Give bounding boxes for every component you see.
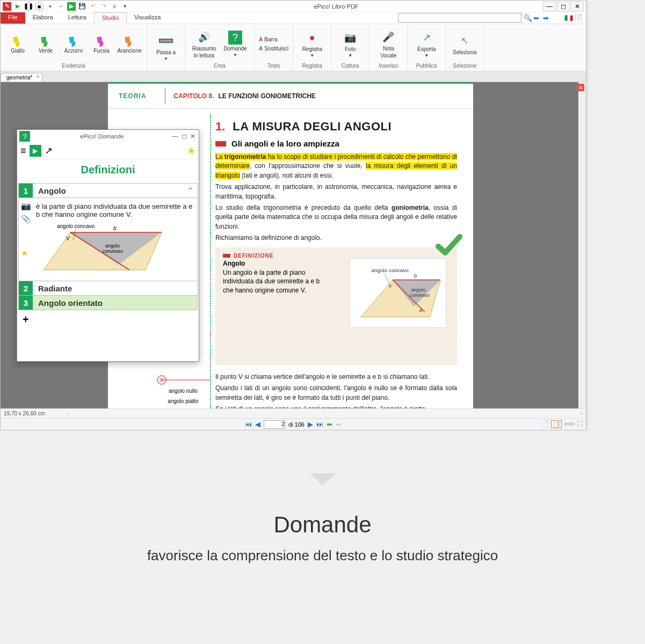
add-question-button[interactable]: +: [17, 310, 199, 329]
coords-label: 19,70 x 26,60 cm: [4, 411, 45, 416]
doc-tab[interactable]: geometria*✕: [1, 73, 42, 82]
menu-studio[interactable]: Studio: [94, 12, 127, 24]
menu-visualizza[interactable]: Visualizza: [127, 12, 168, 24]
undo-icon[interactable]: ↶: [89, 2, 97, 11]
panel-minimize-icon[interactable]: —: [172, 133, 178, 140]
panel-menu-icon[interactable]: ≡: [20, 145, 26, 157]
dropdown-icon[interactable]: ▾: [121, 2, 129, 11]
minimize-button[interactable]: —: [543, 2, 556, 11]
clip-icon[interactable]: 📎: [21, 214, 31, 224]
registra-button[interactable]: ●Registra▼: [298, 26, 327, 62]
passa-a-button[interactable]: Passa a▼: [151, 26, 180, 68]
paragraph-1: La trigonometria ha lo scopo di studiare…: [215, 152, 457, 180]
redo-icon[interactable]: ↷: [99, 2, 108, 11]
highlight-fucsia[interactable]: Fucsia: [89, 26, 114, 62]
panel-close-icon[interactable]: ✕: [577, 84, 584, 91]
panel-heading: Definizioni: [17, 159, 199, 184]
promo-subtitle: favorisce la comprensione del testo e lo…: [0, 547, 645, 564]
nota-vocale-button[interactable]: 🎤NotaVocale: [374, 26, 403, 62]
titlebar: ✎ ▶ ❚❚ ■ ＋ － ▶ 💾 ↶ ↷ ≡ ▾ ePico! Libro PD…: [1, 1, 586, 12]
page-total: di 106: [288, 421, 305, 428]
detail-diagram: angolo concavobVangoloconvesso: [38, 222, 172, 275]
riassunto-button[interactable]: 🔊Riassuntoin lettura: [190, 26, 219, 62]
question-row-2[interactable]: 2 Radiante: [18, 281, 198, 296]
tab-close-icon[interactable]: ✕: [36, 74, 40, 79]
panel-star-icon[interactable]: ★: [187, 145, 195, 157]
view-split-icon[interactable]: ▭▭: [564, 420, 575, 428]
menu-lettura[interactable]: Lettura: [61, 12, 94, 24]
group-inserisci-label: Inserisci: [374, 62, 403, 69]
save-icon[interactable]: 💾: [78, 2, 86, 11]
scroll-left-icon[interactable]: ‹: [67, 411, 68, 416]
domande-button[interactable]: ?Domande▼: [221, 26, 250, 62]
view-single-icon[interactable]: 📄: [541, 420, 549, 428]
barra-button[interactable]: ABarra: [259, 36, 288, 43]
next-page-icon[interactable]: ▶: [308, 420, 313, 428]
panel-maximize-icon[interactable]: ◻: [182, 133, 187, 140]
panel-external-icon[interactable]: ↗: [45, 145, 53, 157]
play-icon[interactable]: ▶: [13, 2, 22, 11]
capitolo-title: LE FUNZIONI GONIOMETRICHE: [218, 92, 315, 100]
expand-icon[interactable]: ⌃: [184, 186, 197, 196]
stop-icon[interactable]: ■: [35, 2, 44, 11]
back-icon[interactable]: ⬅: [327, 420, 332, 428]
content-area: ✕ TEORIA CAPITOLO 8. LE FUNZIONI GONIOME…: [1, 82, 586, 408]
view-fit-icon[interactable]: ⛶: [577, 420, 583, 428]
fav-star-icon[interactable]: ★: [21, 248, 31, 258]
maximize-button[interactable]: ◻: [557, 2, 570, 11]
plus-icon[interactable]: ＋: [46, 2, 54, 11]
list-icon[interactable]: ≡: [110, 2, 119, 11]
minus-icon[interactable]: －: [56, 2, 65, 11]
question-row-1[interactable]: 1 Angolo ⌃: [18, 183, 198, 198]
menu-file[interactable]: File: [1, 12, 25, 24]
panel-close-icon[interactable]: ✕: [190, 133, 195, 140]
svg-rect-1: [41, 36, 47, 43]
page-number-input[interactable]: [264, 420, 285, 429]
subsection-title: Gli angoli e la loro ampiezza: [231, 139, 339, 148]
panel-title: ePico! Domande: [32, 133, 172, 140]
paragraph-3: Lo studio della trigonometria è precedut…: [215, 203, 457, 231]
menu-elabora[interactable]: Elabora: [25, 12, 61, 24]
teoria-label: TEORIA: [108, 92, 157, 100]
search-input[interactable]: [398, 13, 521, 23]
seleziona-button[interactable]: ↖Seleziona: [450, 26, 479, 62]
question-row-3[interactable]: 3 Angolo orientato: [18, 295, 198, 310]
flag-it-icon[interactable]: 🇮🇹: [564, 14, 573, 23]
paragraph-7: Se i lati di un angolo sono uno il prolu…: [215, 405, 457, 408]
nav-next-icon[interactable]: ➡: [543, 14, 552, 23]
last-page-icon[interactable]: ⏭: [316, 420, 323, 428]
svg-text:convesso: convesso: [410, 292, 430, 298]
forward-icon[interactable]: ➡: [336, 420, 342, 428]
group-registra-label: Registra: [298, 62, 327, 69]
view-pages-icon[interactable]: 📑: [551, 420, 562, 428]
panel-play-icon[interactable]: ▶: [30, 145, 41, 157]
vertical-scrollbar[interactable]: [578, 82, 586, 408]
page-icon[interactable]: 📄: [574, 14, 583, 23]
nav-prev-icon[interactable]: ⬅: [533, 14, 542, 23]
first-page-icon[interactable]: ⏮: [245, 420, 252, 428]
paragraph-2: Trova applicazione, in particolare, in a…: [215, 182, 457, 201]
prev-page-icon[interactable]: ◀: [255, 420, 260, 428]
highlight-azzurro[interactable]: Azzurro: [61, 26, 86, 62]
svg-text:convesso: convesso: [103, 248, 123, 254]
esporta-button[interactable]: ↗Esporta▼: [412, 26, 441, 62]
checkmark-icon: [436, 231, 462, 258]
svg-rect-4: [125, 36, 131, 43]
down-arrow-icon: [309, 473, 336, 485]
section-number: 1.: [215, 120, 225, 134]
highlight-arancione[interactable]: Arancione: [117, 26, 142, 62]
foto-button[interactable]: 📷Foto▼: [336, 26, 365, 62]
pause-icon[interactable]: ❚❚: [24, 2, 33, 11]
sostituisci-button[interactable]: ASostituisci: [259, 45, 288, 52]
svg-text:angolo concavo: angolo concavo: [57, 223, 95, 229]
close-button[interactable]: ✕: [571, 2, 584, 11]
paragraph-4: Richiamiamo la definizione di angolo.: [215, 233, 457, 243]
play2-icon[interactable]: ▶: [67, 2, 76, 11]
ribbon: Giallo Verde Azzurro Fucsia Arancione Ev…: [1, 24, 586, 71]
search-go-icon[interactable]: 🔍: [524, 14, 532, 23]
camera-icon[interactable]: 📷: [21, 201, 31, 211]
scroll-right-icon[interactable]: ›: [581, 411, 583, 416]
highlight-verde[interactable]: Verde: [33, 26, 59, 62]
menubar: File Elabora Lettura Studio Visualizza 🔍…: [1, 12, 586, 24]
highlight-giallo[interactable]: Giallo: [5, 26, 31, 62]
